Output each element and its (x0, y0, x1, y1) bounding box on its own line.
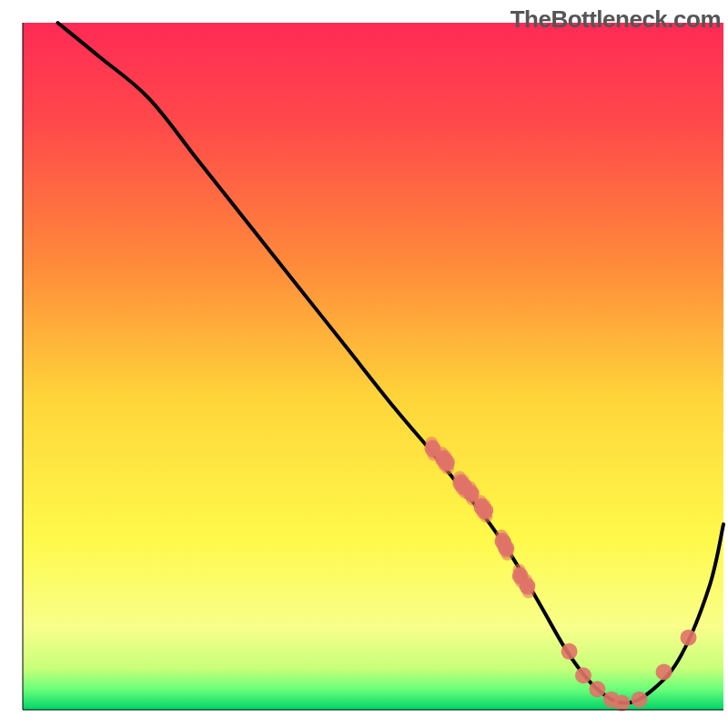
chart-container: TheBottleneck.com (0, 0, 728, 728)
data-marker (498, 541, 514, 557)
data-marker (439, 454, 455, 470)
data-marker (575, 667, 592, 683)
data-marker (656, 663, 672, 680)
data-marker (632, 692, 648, 708)
data-marker (681, 630, 697, 646)
data-marker (613, 694, 630, 711)
data-marker (561, 643, 578, 660)
bottleneck-chart (0, 0, 728, 728)
watermark-text: TheBottleneck.com (511, 5, 721, 34)
data-marker (589, 681, 605, 697)
plot-background (23, 23, 723, 710)
data-marker (519, 578, 535, 594)
data-marker (477, 502, 493, 519)
